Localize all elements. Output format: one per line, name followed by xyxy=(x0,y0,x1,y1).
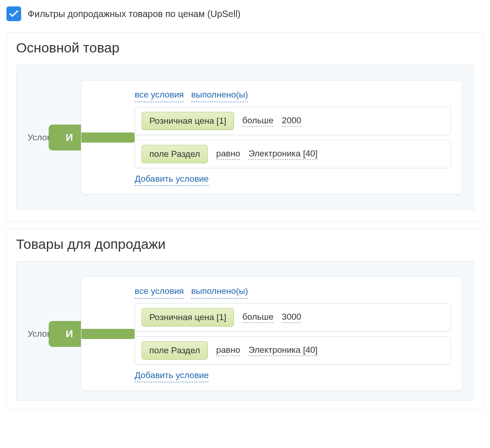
all-conditions-link[interactable]: все условия xyxy=(135,285,184,299)
section-main-product: Основной товар Условие: И все условия вы… xyxy=(6,32,484,222)
field-chip[interactable]: Розничная цена [1] xyxy=(142,308,234,327)
condition-wrapper: Условие: И все условия выполнено(ы) Розн… xyxy=(16,65,474,210)
satisfied-link[interactable]: выполнено(ы) xyxy=(191,285,248,299)
condition-row: поле Раздел равно Электроника [40] xyxy=(135,336,451,365)
condition-row: Розничная цена [1] больше 3000 xyxy=(135,303,451,332)
comparison-value[interactable]: 2000 xyxy=(282,115,301,126)
add-condition-link[interactable]: Добавить условие xyxy=(135,173,209,186)
operator-value[interactable]: больше xyxy=(242,115,273,126)
logic-bridge xyxy=(81,132,135,143)
condition-builder: все условия выполнено(ы) Розничная цена … xyxy=(81,80,462,195)
builder-footer: Добавить условие xyxy=(135,173,451,186)
add-condition-link[interactable]: Добавить условие xyxy=(135,369,209,383)
section-title: Товары для допродажи xyxy=(16,236,474,252)
field-chip[interactable]: Розничная цена [1] xyxy=(142,112,234,130)
builder-header: все условия выполнено(ы) xyxy=(135,285,451,299)
satisfied-link[interactable]: выполнено(ы) xyxy=(191,89,248,102)
comparison-value[interactable]: Электроника [40] xyxy=(248,345,317,356)
check-icon xyxy=(9,10,18,17)
condition-wrapper: Условие: И все условия выполнено(ы) Розн… xyxy=(16,261,474,401)
all-conditions-link[interactable]: все условия xyxy=(135,89,184,102)
condition-builder: все условия выполнено(ы) Розничная цена … xyxy=(81,276,462,391)
upsell-filters-toggle: Фильтры допродажных товаров по ценам (Up… xyxy=(6,6,484,21)
section-upsell-products: Товары для допродажи Условие: И все усло… xyxy=(6,229,484,409)
section-title: Основной товар xyxy=(16,40,474,56)
operator-value[interactable]: равно xyxy=(216,345,240,356)
condition-row: поле Раздел равно Электроника [40] xyxy=(135,140,451,168)
comparison-value[interactable]: Электроника [40] xyxy=(248,149,317,160)
logic-bridge xyxy=(81,329,135,339)
operator-value[interactable]: больше xyxy=(242,312,273,323)
upsell-filters-label: Фильтры допродажных товаров по ценам (Up… xyxy=(28,9,240,19)
field-chip[interactable]: поле Раздел xyxy=(142,145,208,163)
operator-value[interactable]: равно xyxy=(216,149,240,160)
upsell-filters-checkbox[interactable] xyxy=(6,6,21,21)
condition-row: Розничная цена [1] больше 2000 xyxy=(135,107,451,135)
comparison-value[interactable]: 3000 xyxy=(282,312,301,323)
field-chip[interactable]: поле Раздел xyxy=(142,341,208,360)
builder-footer: Добавить условие xyxy=(135,369,451,383)
builder-header: все условия выполнено(ы) xyxy=(135,89,451,102)
